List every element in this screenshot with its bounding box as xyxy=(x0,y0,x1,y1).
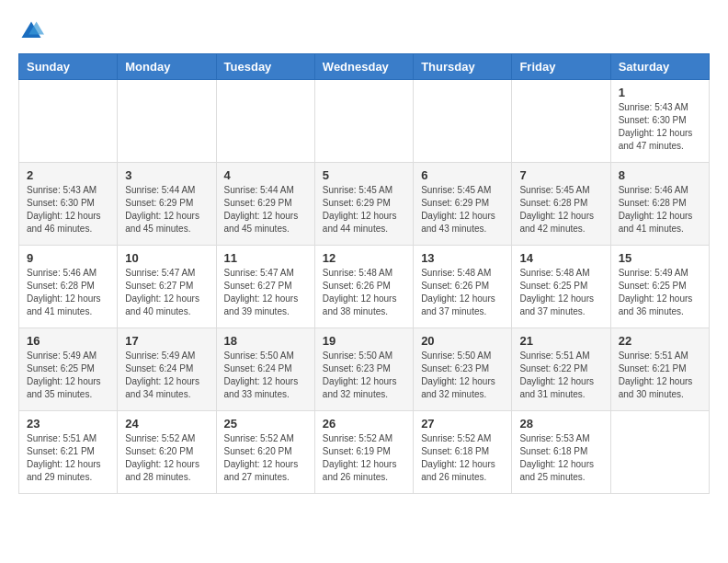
day-info: Sunrise: 5:49 AM Sunset: 6:25 PM Dayligh… xyxy=(27,350,109,401)
day-number: 7 xyxy=(519,168,602,182)
day-number: 1 xyxy=(619,86,701,99)
day-cell: 14Sunrise: 5:48 AM Sunset: 6:25 PM Dayli… xyxy=(512,246,610,328)
day-number: 11 xyxy=(224,251,307,265)
logo xyxy=(18,18,48,44)
day-cell: 22Sunrise: 5:51 AM Sunset: 6:21 PM Dayli… xyxy=(610,328,709,411)
day-cell: 25Sunrise: 5:52 AM Sunset: 6:20 PM Dayli… xyxy=(216,411,314,494)
day-cell xyxy=(414,80,512,163)
day-number: 26 xyxy=(323,417,405,431)
day-cell xyxy=(610,411,709,494)
day-cell: 28Sunrise: 5:53 AM Sunset: 6:18 PM Dayli… xyxy=(512,411,610,494)
day-header-sunday: Sunday xyxy=(19,54,118,80)
day-header-saturday: Saturday xyxy=(610,54,709,80)
day-header-wednesday: Wednesday xyxy=(314,54,413,80)
day-cell: 27Sunrise: 5:52 AM Sunset: 6:18 PM Dayli… xyxy=(414,411,512,494)
day-cell xyxy=(118,80,216,163)
day-cell: 24Sunrise: 5:52 AM Sunset: 6:20 PM Dayli… xyxy=(118,411,216,494)
day-info: Sunrise: 5:50 AM Sunset: 6:24 PM Dayligh… xyxy=(224,350,307,401)
day-number: 23 xyxy=(27,417,109,431)
day-cell: 7Sunrise: 5:45 AM Sunset: 6:28 PM Daylig… xyxy=(512,163,610,246)
day-number: 18 xyxy=(224,334,307,348)
week-row-2: 2Sunrise: 5:43 AM Sunset: 6:30 PM Daylig… xyxy=(19,163,710,246)
day-number: 9 xyxy=(27,251,109,265)
day-info: Sunrise: 5:53 AM Sunset: 6:18 PM Dayligh… xyxy=(519,432,602,484)
day-cell: 16Sunrise: 5:49 AM Sunset: 6:25 PM Dayli… xyxy=(19,328,118,411)
day-info: Sunrise: 5:47 AM Sunset: 6:27 PM Dayligh… xyxy=(125,267,208,318)
day-cell xyxy=(19,80,118,163)
day-cell: 23Sunrise: 5:51 AM Sunset: 6:21 PM Dayli… xyxy=(19,411,118,494)
day-info: Sunrise: 5:52 AM Sunset: 6:18 PM Dayligh… xyxy=(421,432,504,484)
day-number: 2 xyxy=(27,168,109,182)
day-cell: 19Sunrise: 5:50 AM Sunset: 6:23 PM Dayli… xyxy=(314,328,413,411)
day-number: 4 xyxy=(224,168,307,182)
day-info: Sunrise: 5:45 AM Sunset: 6:29 PM Dayligh… xyxy=(421,184,504,236)
day-number: 6 xyxy=(421,168,504,182)
calendar-table: SundayMondayTuesdayWednesdayThursdayFrid… xyxy=(18,53,710,494)
day-cell: 5Sunrise: 5:45 AM Sunset: 6:29 PM Daylig… xyxy=(314,163,413,246)
day-cell xyxy=(216,80,314,163)
day-info: Sunrise: 5:43 AM Sunset: 6:30 PM Dayligh… xyxy=(619,101,701,153)
day-number: 19 xyxy=(323,334,405,348)
day-info: Sunrise: 5:45 AM Sunset: 6:29 PM Dayligh… xyxy=(323,184,405,236)
day-info: Sunrise: 5:51 AM Sunset: 6:21 PM Dayligh… xyxy=(27,432,109,484)
day-info: Sunrise: 5:44 AM Sunset: 6:29 PM Dayligh… xyxy=(125,184,208,236)
day-info: Sunrise: 5:49 AM Sunset: 6:25 PM Dayligh… xyxy=(619,267,701,318)
day-cell: 9Sunrise: 5:46 AM Sunset: 6:28 PM Daylig… xyxy=(19,246,118,328)
week-row-3: 9Sunrise: 5:46 AM Sunset: 6:28 PM Daylig… xyxy=(19,246,710,328)
day-number: 20 xyxy=(421,334,504,348)
day-cell: 3Sunrise: 5:44 AM Sunset: 6:29 PM Daylig… xyxy=(118,163,216,246)
day-info: Sunrise: 5:48 AM Sunset: 6:26 PM Dayligh… xyxy=(323,267,405,318)
day-info: Sunrise: 5:49 AM Sunset: 6:24 PM Dayligh… xyxy=(125,350,208,401)
day-cell: 8Sunrise: 5:46 AM Sunset: 6:28 PM Daylig… xyxy=(610,163,709,246)
day-info: Sunrise: 5:48 AM Sunset: 6:26 PM Dayligh… xyxy=(421,267,504,318)
day-cell: 26Sunrise: 5:52 AM Sunset: 6:19 PM Dayli… xyxy=(314,411,413,494)
day-number: 12 xyxy=(323,251,405,265)
day-number: 27 xyxy=(421,417,504,431)
day-cell: 4Sunrise: 5:44 AM Sunset: 6:29 PM Daylig… xyxy=(216,163,314,246)
week-row-1: 1Sunrise: 5:43 AM Sunset: 6:30 PM Daylig… xyxy=(19,80,710,163)
day-info: Sunrise: 5:47 AM Sunset: 6:27 PM Dayligh… xyxy=(224,267,307,318)
week-row-5: 23Sunrise: 5:51 AM Sunset: 6:21 PM Dayli… xyxy=(19,411,710,494)
day-info: Sunrise: 5:44 AM Sunset: 6:29 PM Dayligh… xyxy=(224,184,307,236)
day-cell: 11Sunrise: 5:47 AM Sunset: 6:27 PM Dayli… xyxy=(216,246,314,328)
day-number: 22 xyxy=(619,334,701,348)
header xyxy=(18,18,710,44)
day-number: 3 xyxy=(125,168,208,182)
day-cell: 12Sunrise: 5:48 AM Sunset: 6:26 PM Dayli… xyxy=(314,246,413,328)
day-cell: 21Sunrise: 5:51 AM Sunset: 6:22 PM Dayli… xyxy=(512,328,610,411)
day-number: 17 xyxy=(125,334,208,348)
day-info: Sunrise: 5:46 AM Sunset: 6:28 PM Dayligh… xyxy=(619,184,701,236)
day-info: Sunrise: 5:52 AM Sunset: 6:19 PM Dayligh… xyxy=(323,432,405,484)
day-headers-row: SundayMondayTuesdayWednesdayThursdayFrid… xyxy=(19,54,710,80)
day-number: 28 xyxy=(519,417,602,431)
day-info: Sunrise: 5:51 AM Sunset: 6:22 PM Dayligh… xyxy=(519,350,602,401)
day-cell: 20Sunrise: 5:50 AM Sunset: 6:23 PM Dayli… xyxy=(414,328,512,411)
day-number: 10 xyxy=(125,251,208,265)
day-cell xyxy=(314,80,413,163)
day-number: 5 xyxy=(323,168,405,182)
day-cell: 2Sunrise: 5:43 AM Sunset: 6:30 PM Daylig… xyxy=(19,163,118,246)
week-row-4: 16Sunrise: 5:49 AM Sunset: 6:25 PM Dayli… xyxy=(19,328,710,411)
logo-icon xyxy=(18,18,44,44)
day-header-monday: Monday xyxy=(118,54,216,80)
day-info: Sunrise: 5:43 AM Sunset: 6:30 PM Dayligh… xyxy=(27,184,109,236)
day-number: 16 xyxy=(27,334,109,348)
day-cell: 17Sunrise: 5:49 AM Sunset: 6:24 PM Dayli… xyxy=(118,328,216,411)
day-cell: 15Sunrise: 5:49 AM Sunset: 6:25 PM Dayli… xyxy=(610,246,709,328)
day-cell xyxy=(512,80,610,163)
day-number: 24 xyxy=(125,417,208,431)
day-info: Sunrise: 5:45 AM Sunset: 6:28 PM Dayligh… xyxy=(519,184,602,236)
day-number: 15 xyxy=(619,251,701,265)
day-header-friday: Friday xyxy=(512,54,610,80)
day-cell: 1Sunrise: 5:43 AM Sunset: 6:30 PM Daylig… xyxy=(610,80,709,163)
day-header-tuesday: Tuesday xyxy=(216,54,314,80)
day-info: Sunrise: 5:51 AM Sunset: 6:21 PM Dayligh… xyxy=(619,350,701,401)
day-info: Sunrise: 5:52 AM Sunset: 6:20 PM Dayligh… xyxy=(125,432,208,484)
day-number: 8 xyxy=(619,168,701,182)
day-cell: 10Sunrise: 5:47 AM Sunset: 6:27 PM Dayli… xyxy=(118,246,216,328)
day-cell: 6Sunrise: 5:45 AM Sunset: 6:29 PM Daylig… xyxy=(414,163,512,246)
day-header-thursday: Thursday xyxy=(414,54,512,80)
day-info: Sunrise: 5:46 AM Sunset: 6:28 PM Dayligh… xyxy=(27,267,109,318)
day-info: Sunrise: 5:52 AM Sunset: 6:20 PM Dayligh… xyxy=(224,432,307,484)
day-number: 13 xyxy=(421,251,504,265)
